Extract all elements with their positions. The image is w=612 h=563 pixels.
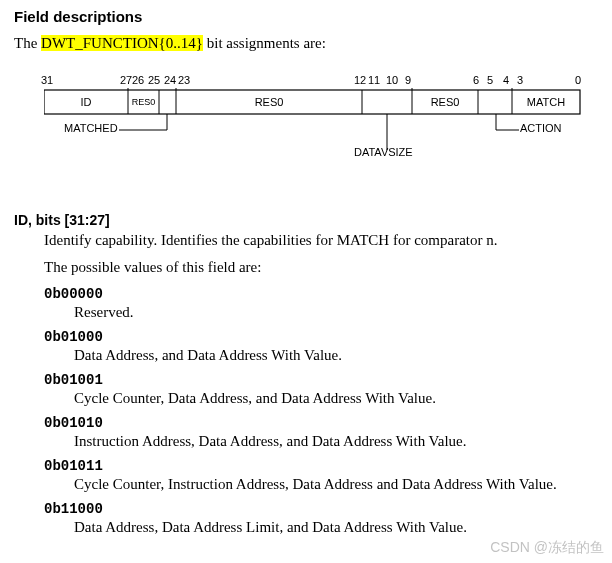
bit-num: 12 xyxy=(354,74,366,86)
value-desc: Data Address, and Data Address With Valu… xyxy=(74,347,598,364)
value-code: 0b00000 xyxy=(44,286,598,302)
value-code: 0b01001 xyxy=(44,372,598,388)
watermark: CSDN @冻结的鱼 xyxy=(490,539,604,557)
bit-num: 26 xyxy=(132,74,144,86)
field-values-intro: The possible values of this field are: xyxy=(44,259,598,276)
value-desc: Reserved. xyxy=(74,304,598,321)
field-cell-match: MATCH xyxy=(512,90,580,114)
bit-num: 5 xyxy=(487,74,493,86)
callout-matched: MATCHED xyxy=(64,122,118,134)
value-desc: Cycle Counter, Instruction Address, Data… xyxy=(74,476,598,493)
bit-num: 23 xyxy=(178,74,190,86)
value-code: 0b01010 xyxy=(44,415,598,431)
bit-num: 0 xyxy=(575,74,581,86)
bit-num: 6 xyxy=(473,74,479,86)
bit-num: 4 xyxy=(503,74,509,86)
bit-num: 11 xyxy=(368,74,380,86)
field-cell-res0-b: RES0 xyxy=(176,90,362,114)
callout-action: ACTION xyxy=(520,122,562,134)
field-desc-id: Identify capability. Identifies the capa… xyxy=(44,232,598,249)
bit-num: 27 xyxy=(120,74,132,86)
field-title-id: ID, bits [31:27] xyxy=(14,212,598,228)
intro-suffix: bit assignments are: xyxy=(203,35,326,51)
section-heading: Field descriptions xyxy=(14,8,598,25)
bit-num: 24 xyxy=(164,74,176,86)
field-cell-res0-a: RES0 xyxy=(128,90,159,114)
bit-diagram: 31 27 26 25 24 23 12 11 10 9 6 5 4 3 0 xyxy=(44,74,584,184)
value-code: 0b01011 xyxy=(44,458,598,474)
value-code: 0b01000 xyxy=(44,329,598,345)
bit-num: 25 xyxy=(148,74,160,86)
value-desc: Instruction Address, Data Address, and D… xyxy=(74,433,598,450)
callout-datavsize: DATAVSIZE xyxy=(354,146,413,158)
field-cell-id: ID xyxy=(44,90,128,114)
bit-num: 31 xyxy=(41,74,53,86)
intro-line: The DWT_FUNCTION{0..14} bit assignments … xyxy=(14,35,598,52)
bit-num: 9 xyxy=(405,74,411,86)
bit-num: 10 xyxy=(386,74,398,86)
field-cell-res0-c: RES0 xyxy=(412,90,478,114)
value-desc: Data Address, Data Address Limit, and Da… xyxy=(74,519,598,536)
value-desc: Cycle Counter, Data Address, and Data Ad… xyxy=(74,390,598,407)
intro-prefix: The xyxy=(14,35,41,51)
value-code: 0b11000 xyxy=(44,501,598,517)
bit-num: 3 xyxy=(517,74,523,86)
intro-highlight: DWT_FUNCTION{0..14} xyxy=(41,35,203,51)
